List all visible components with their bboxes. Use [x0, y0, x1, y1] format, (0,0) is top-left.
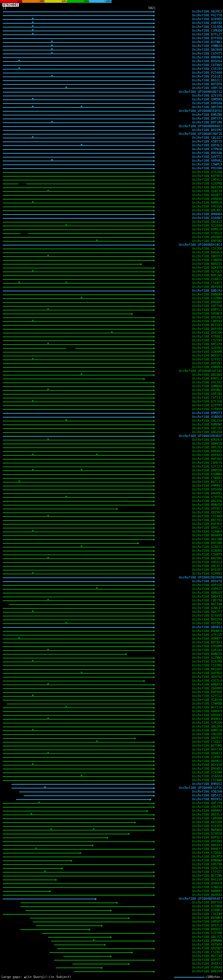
hit-label[interactable]: UniRef100_Q9STL6: [192, 924, 222, 927]
hit-label[interactable]: UniRef100_B9SVT6: [192, 580, 222, 583]
hit-label[interactable]: UniRef100_Q8H5S7: [192, 255, 222, 258]
hit-label[interactable]: UniRef100_A2YQL5: [192, 270, 222, 273]
hit-line[interactable]: [3, 325, 154, 326]
hit-label[interactable]: UniRef100_Q9ZPY3: [192, 737, 222, 740]
hit-line[interactable]: [3, 413, 154, 414]
hit-line[interactable]: [3, 298, 154, 299]
hit-line[interactable]: [33, 921, 154, 922]
hit-label[interactable]: UniRef100_A9RKV6: [192, 197, 222, 200]
hit-line[interactable]: [3, 849, 154, 850]
hit-label[interactable]: UniRef100_A9P837: [192, 587, 222, 591]
hit-line[interactable]: [3, 723, 154, 724]
hit-line[interactable]: [3, 688, 154, 689]
hit-line[interactable]: [3, 623, 154, 624]
hit-line[interactable]: [3, 627, 154, 628]
hit-label[interactable]: UniRef100_Q9FRL5: [192, 144, 222, 147]
hit-label[interactable]: UniRef100_B9IK52: [192, 798, 222, 801]
hit-label[interactable]: UniRef100_B9HQZ3: [192, 928, 222, 931]
hit-line[interactable]: [3, 371, 154, 372]
hit-label[interactable]: UniRef100_B6TCV9: [192, 955, 222, 958]
hit-line[interactable]: [3, 776, 154, 777]
hit-line[interactable]: [3, 130, 154, 131]
hit-label[interactable]: UniRef100_A2XDJ3: [192, 546, 222, 549]
hit-label[interactable]: UniRef100_Q10NE3: [192, 909, 222, 912]
hit-line[interactable]: [11, 788, 154, 788]
hit-label[interactable]: UniRef100_Q94KT3: [192, 752, 222, 755]
hit-line[interactable]: [9, 604, 154, 605]
hit-line[interactable]: [3, 738, 135, 739]
hit-label[interactable]: UniRef100_A3BD34: [192, 886, 222, 889]
hit-label[interactable]: UniRef100_B9FQJ1: [192, 836, 222, 839]
hit-label[interactable]: UniRef100_Q6H6A2: [192, 893, 222, 897]
hit-label[interactable]: UniRef100_B6T7J4: [192, 706, 222, 709]
hit-label[interactable]: UniRef100_A3A9P7: [192, 756, 222, 759]
hit-line[interactable]: [3, 883, 154, 884]
hit-line[interactable]: [3, 470, 154, 471]
hit-line[interactable]: [3, 753, 154, 754]
hit-line[interactable]: [3, 398, 154, 398]
hit-line[interactable]: [3, 382, 154, 383]
hit-line[interactable]: [3, 482, 154, 482]
hit-label[interactable]: UniRef100_B9FJW2: [192, 274, 222, 277]
hit-label[interactable]: UniRef100_C5XBS7: [192, 740, 222, 744]
hit-line[interactable]: [3, 780, 154, 781]
hit-line[interactable]: [21, 902, 116, 903]
hit-label[interactable]: UniRef100_Q9LZS4: [192, 419, 222, 422]
hit-label[interactable]: UniRef100_B9P5N2: [192, 240, 222, 243]
hit-label[interactable]: UniRef100_A8JHC3: [192, 10, 222, 13]
hit-label[interactable]: UniRef100_Q0D4X1: [192, 595, 222, 598]
hit-line[interactable]: [3, 19, 154, 20]
hit-label[interactable]: UniRef100_B4FUQ2: [192, 458, 222, 461]
hit-line[interactable]: [72, 964, 129, 964]
hit-line[interactable]: [3, 708, 154, 708]
hit-label[interactable]: UniRef100_B6TQX5: [192, 324, 222, 327]
hit-label[interactable]: UniRef100_B6TZN6: [192, 874, 222, 877]
hit-label[interactable]: UniRef100_B9RXK5: [192, 450, 222, 453]
hit-line[interactable]: [3, 715, 154, 716]
hit-label[interactable]: UniRef100_B8A7F3: [192, 611, 222, 614]
hit-line[interactable]: [3, 558, 154, 559]
hit-label[interactable]: UniRef100_B8B2P9: [192, 970, 222, 973]
hit-label[interactable]: UniRef100_Q10CZ4: [192, 190, 222, 193]
hit-label[interactable]: UniRef100_B9MTG9: [192, 729, 222, 732]
hit-line[interactable]: [16, 799, 150, 800]
hit-label[interactable]: UniRef100_Q6YVS8: [192, 764, 222, 767]
hit-line[interactable]: [3, 363, 154, 364]
hit-label[interactable]: UniRef100_A7QSL6: [192, 232, 222, 235]
hit-label[interactable]: UniRef100_B8B0T4: [192, 683, 222, 686]
hit-label[interactable]: UniRef100_Q2V9Q5: [192, 18, 222, 21]
hit-label[interactable]: UniRef100_Q0WVZ8: [192, 442, 222, 445]
hit-line[interactable]: [3, 157, 154, 158]
hit-line[interactable]: [3, 210, 154, 211]
hit-line[interactable]: [3, 459, 154, 460]
hit-label[interactable]: UniRef100_Q9SGD6: [192, 488, 222, 491]
hit-line[interactable]: [3, 681, 144, 681]
hit-line[interactable]: [3, 451, 154, 452]
hit-line[interactable]: [36, 926, 101, 926]
hit-line[interactable]: [3, 597, 154, 597]
hit-label[interactable]: UniRef100_UPI0000DA18C4: [179, 243, 222, 247]
hit-line[interactable]: [3, 600, 154, 601]
hit-line[interactable]: [3, 61, 154, 62]
hit-line[interactable]: [24, 795, 154, 796]
hit-line[interactable]: [3, 46, 154, 46]
hit-label[interactable]: UniRef100_A9TDK6: [192, 840, 222, 843]
hit-label[interactable]: UniRef100_Q8GXV3: [192, 844, 222, 847]
hit-line[interactable]: [30, 918, 129, 918]
hit-line[interactable]: [3, 107, 154, 108]
hit-label[interactable]: UniRef100_B6U3W1: [192, 557, 222, 560]
hit-line[interactable]: [3, 493, 154, 494]
hit-line[interactable]: [3, 768, 154, 769]
hit-label[interactable]: UniRef100_A7R061: [192, 335, 222, 338]
hit-line[interactable]: [3, 65, 154, 66]
hit-line[interactable]: [3, 73, 154, 73]
hit-line[interactable]: [54, 960, 154, 961]
hit-line[interactable]: [3, 134, 154, 135]
hit-line[interactable]: [3, 861, 71, 861]
hit-line[interactable]: [3, 30, 154, 31]
hit-label[interactable]: UniRef100_A9TJX2: [192, 427, 222, 430]
hit-line[interactable]: [3, 119, 154, 119]
hit-label[interactable]: UniRef100_A2YCG2: [192, 695, 222, 698]
hit-line[interactable]: [3, 279, 154, 280]
hit-line[interactable]: [3, 248, 154, 249]
